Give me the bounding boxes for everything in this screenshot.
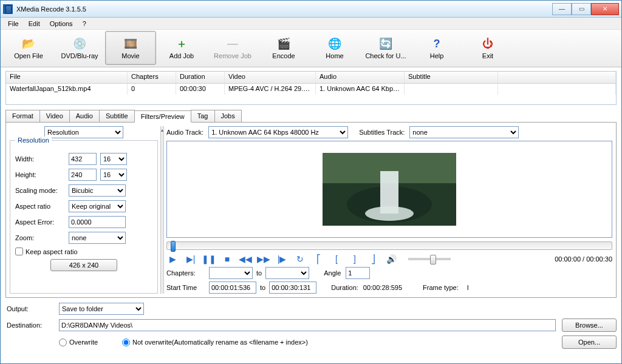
play-icon[interactable]: ▶ [166,254,179,265]
destination-label: Destination: [5,322,53,329]
tab-tag[interactable]: Tag [191,110,215,122]
col-video[interactable]: Video [225,72,316,83]
encode-button[interactable]: 🎬Encode [258,31,309,65]
tabs: Format Video Audio Subtitle Filters/Prev… [5,110,617,298]
splitter[interactable] [160,126,164,294]
minimize-button[interactable]: — [552,3,572,15]
help-icon: ? [428,36,445,51]
tab-subtitle[interactable]: Subtitle [99,110,135,122]
col-audio[interactable]: Audio [316,72,405,83]
toolbar: 📂Open File 💿DVD/Blu-ray 🎞️Movie ＋Add Job… [1,30,621,67]
frametype-value: I [467,284,469,291]
tab-jobs[interactable]: Jobs [214,110,242,122]
angle-input[interactable] [346,267,370,279]
aspect-ratio-select[interactable]: Keep original [69,200,126,212]
height-input[interactable] [69,169,97,181]
audio-track-select[interactable]: 1. Unknown AAC 64 Kbps 48000 Hz [208,126,348,138]
end-time-input[interactable] [269,281,316,294]
check-update-button[interactable]: 🔄Check for U... [360,31,411,65]
aspect-error-input[interactable] [69,216,126,228]
menu-file[interactable]: File [3,19,24,29]
overwrite-radio[interactable] [59,339,67,346]
chapters-label: Chapters: [166,269,204,277]
close-button[interactable]: ✕ [591,3,619,15]
col-duration[interactable]: Duration [176,72,225,83]
preview-thumbnail-icon [323,153,456,226]
step-fwd-icon[interactable]: |▶ [276,254,288,265]
bracket-right-icon[interactable]: ] [349,254,361,265]
film-icon: 🎞️ [122,36,139,51]
encode-icon: 🎬 [275,36,292,51]
time-display: 00:00:00 / 00:00:30 [555,255,612,263]
filter-section-select[interactable]: Resolution [44,126,123,138]
folder-open-icon: 📂 [20,36,37,51]
open-button[interactable]: Open... [562,335,617,349]
subtitles-track-label: Subtitles Track: [359,129,405,136]
remove-job-button: —Remove Job [207,31,258,65]
seek-thumb[interactable] [171,241,176,252]
rewind-icon[interactable]: ◀◀ [239,254,251,265]
start-time-input[interactable] [209,281,256,294]
volume-icon[interactable]: 🔊 [385,254,397,265]
destination-input[interactable] [59,319,556,331]
angle-label: Angle [324,269,341,277]
start-time-label: Start Time [166,284,204,291]
pause-icon[interactable]: ❚❚ [203,254,215,265]
exit-button[interactable]: ⏻Exit [462,31,513,65]
help-button[interactable]: ?Help [411,31,462,65]
audio-track-label: Audio Track: [166,129,203,136]
grid-header: File Chapters Duration Video Audio Subti… [6,72,616,84]
col-file[interactable]: File [6,72,128,83]
file-grid[interactable]: File Chapters Duration Video Audio Subti… [5,71,617,105]
plus-icon: ＋ [173,36,190,51]
not-overwrite-radio[interactable] [122,339,130,346]
size-preset-button[interactable]: 426 x 240 [50,259,117,271]
minus-icon: — [224,36,241,51]
add-job-button[interactable]: ＋Add Job [156,31,207,65]
mark-in-icon[interactable]: ⎡ [312,254,324,265]
volume-slider[interactable] [408,258,451,260]
movie-button[interactable]: 🎞️Movie [105,31,156,65]
mark-out-icon[interactable]: ⎦ [367,254,379,265]
tab-audio[interactable]: Audio [69,110,100,122]
maximize-button[interactable]: ▭ [572,3,591,15]
home-button[interactable]: 🌐Home [309,31,360,65]
menu-options[interactable]: Options [45,19,78,29]
keep-aspect-checkbox[interactable] [15,248,23,255]
chapter-to-select[interactable] [265,267,309,279]
duration-label: Duration: [331,284,358,291]
resolution-legend: Resolution [15,136,52,144]
refresh-icon: 🔄 [377,36,394,51]
open-file-button[interactable]: 📂Open File [3,31,54,65]
tab-video[interactable]: Video [39,110,70,122]
next-icon[interactable]: ▶| [185,254,197,265]
titlebar: XMedia Recode 3.1.5.5 — ▭ ✕ [1,1,621,18]
menu-help[interactable]: ? [78,19,91,29]
scaling-mode-select[interactable]: Bicubic [69,184,126,197]
grid-row[interactable]: WaterfallJapan_512kb.mp4 0 00:00:30 MPEG… [6,84,616,95]
loop-icon[interactable]: ↻ [294,254,306,265]
menubar: File Edit Options ? [1,18,621,30]
tab-filters[interactable]: Filters/Preview [134,110,191,123]
app-window: XMedia Recode 3.1.5.5 — ▭ ✕ File Edit Op… [0,0,622,364]
menu-edit[interactable]: Edit [24,19,45,29]
output-mode-select[interactable]: Save to folder [59,303,144,315]
col-chapters[interactable]: Chapters [128,72,176,83]
stop-icon[interactable]: ■ [221,254,233,265]
zoom-select[interactable]: none [69,232,126,244]
seek-slider[interactable] [166,241,612,250]
browse-button[interactable]: Browse... [562,318,617,332]
width-step-select[interactable]: 16 [100,153,127,165]
svg-point-4 [365,206,414,221]
width-input[interactable] [69,153,97,165]
height-step-select[interactable]: 16 [100,169,127,181]
tab-format[interactable]: Format [5,110,40,122]
app-icon [3,4,13,14]
bracket-left-icon[interactable]: [ [330,254,343,265]
exit-icon: ⏻ [479,36,496,51]
fastfwd-icon[interactable]: ▶▶ [258,254,270,265]
subtitles-track-select[interactable]: none [409,126,519,138]
dvd-bluray-button[interactable]: 💿DVD/Blu-ray [54,31,105,65]
col-subtitle[interactable]: Subtitle [405,72,498,83]
chapter-from-select[interactable] [209,267,253,279]
